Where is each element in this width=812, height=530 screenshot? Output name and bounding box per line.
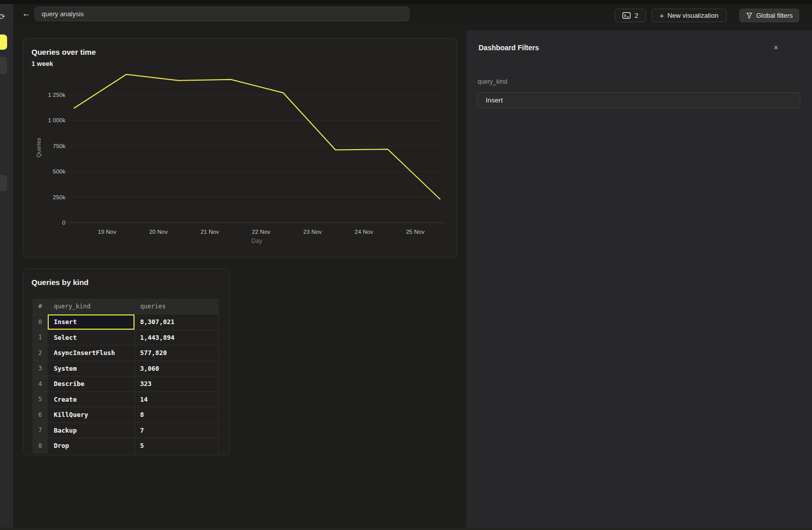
query-kind-cell[interactable]: System: [48, 361, 135, 376]
table-row: 3System3,060: [32, 361, 219, 376]
funnel-icon: [746, 12, 753, 19]
filters-panel-title: Dashboard Filters: [479, 44, 539, 52]
sidebar-item[interactable]: [0, 57, 7, 74]
table-row: 5Create14: [32, 392, 219, 407]
y-axis-title: Queries: [36, 137, 42, 157]
queries-value-cell[interactable]: 7: [135, 423, 219, 438]
table-row: 2AsyncInsertFlush577,820: [32, 345, 219, 361]
row-index-cell: 3: [32, 361, 48, 376]
back-button[interactable]: ←: [20, 8, 32, 20]
sql-console-button[interactable]: 2: [615, 9, 646, 22]
header-index: #: [32, 299, 48, 314]
console-count: 2: [634, 12, 638, 19]
header-queries: queries: [135, 299, 219, 314]
results-table: # query_kind queries 0Insert8,307,0211Se…: [32, 299, 219, 453]
new-visualization-button[interactable]: + New visualization: [651, 9, 727, 22]
y-axis-tick-label: 1 000k: [48, 117, 65, 123]
queries-value-cell[interactable]: 5: [135, 438, 219, 453]
filter-value: Insert: [486, 96, 503, 104]
global-filters-button[interactable]: Global filters: [739, 9, 799, 22]
sidebar: ⟳: [0, 4, 14, 530]
queries-by-kind-card: Queries by kind # query_kind queries 0In…: [23, 268, 230, 455]
queries-over-time-card: Queries over time 1 week 0250k500k750k1 …: [23, 38, 457, 258]
window-top-strip: [0, 0, 812, 4]
table-row: 1Select1,443,894: [32, 330, 219, 345]
sidebar-item[interactable]: [0, 175, 7, 191]
query-kind-cell[interactable]: Drop: [48, 438, 135, 453]
query-kind-cell-selected[interactable]: Insert: [48, 314, 135, 330]
row-index-cell: 1: [32, 330, 48, 345]
table-title: Queries by kind: [31, 278, 89, 287]
queries-value-cell[interactable]: 3,060: [135, 361, 219, 376]
x-axis-tick-label: 19 Nov: [98, 229, 117, 235]
query-kind-cell[interactable]: AsyncInsertFlush: [48, 345, 135, 361]
row-index-cell: 5: [32, 392, 48, 407]
y-axis-tick-label: 250k: [53, 194, 65, 200]
y-axis-tick-label: 1 250k: [48, 92, 65, 98]
row-index-cell: 4: [32, 376, 48, 392]
table-row: 6KillQuery8: [32, 407, 219, 422]
table-header-row: # query_kind queries: [32, 299, 219, 314]
header-query-kind: query_kind: [48, 299, 135, 314]
sidebar-item-active[interactable]: [0, 34, 7, 50]
queries-value-cell[interactable]: 577,820: [135, 345, 219, 361]
filter-field-label: query_kind: [478, 78, 507, 85]
queries-value-cell[interactable]: 323: [135, 376, 219, 392]
dashboard-title-input[interactable]: [35, 7, 410, 21]
row-index-cell: 7: [32, 423, 48, 438]
window-bottom-strip: [0, 527, 812, 530]
console-icon: [622, 12, 631, 19]
queries-value-cell[interactable]: 1,443,894: [135, 330, 219, 345]
top-bar: ← 2 + New visualization Global filters: [14, 4, 812, 23]
table-row: 7Backup7: [32, 422, 219, 438]
queries-line-chart: 0250k500k750k1 000k1 250k19 Nov20 Nov21 …: [23, 39, 458, 258]
x-axis-tick-label: 23 Nov: [303, 229, 322, 235]
query-kind-cell[interactable]: Create: [48, 392, 135, 407]
close-icon[interactable]: ✕: [771, 43, 781, 53]
plus-icon: +: [659, 12, 664, 19]
queries-value-cell[interactable]: 14: [135, 392, 219, 407]
row-index-cell: 6: [32, 407, 48, 422]
queries-value-cell[interactable]: 8,307,021: [135, 314, 219, 330]
query-kind-cell[interactable]: Describe: [48, 376, 135, 392]
queries-value-cell[interactable]: 8: [135, 407, 219, 422]
y-axis-tick-label: 750k: [53, 143, 65, 149]
query-kind-cell[interactable]: Backup: [48, 423, 135, 438]
row-index-cell: 0: [32, 314, 48, 330]
row-index-cell: 8: [32, 438, 48, 453]
x-axis-tick-label: 21 Nov: [200, 229, 219, 235]
y-axis-tick-label: 500k: [53, 168, 65, 174]
query-kind-cell[interactable]: Select: [48, 330, 135, 345]
x-axis-tick-label: 20 Nov: [149, 229, 168, 235]
dashboard-filters-panel: Dashboard Filters ✕ query_kind Insert: [466, 30, 812, 530]
dashboard-page: ⟳ ← 2 + New visualization Global filters: [0, 0, 812, 530]
table-row: 0Insert8,307,021: [32, 314, 219, 330]
query-kind-cell[interactable]: KillQuery: [48, 407, 135, 422]
x-axis-tick-label: 24 Nov: [355, 229, 374, 235]
query-kind-filter-select[interactable]: Insert: [477, 92, 800, 108]
history-icon[interactable]: ⟳: [0, 12, 8, 22]
x-axis-title: Day: [251, 237, 262, 244]
new-visualization-label: New visualization: [667, 12, 718, 19]
x-axis-tick-label: 22 Nov: [252, 229, 270, 235]
row-index-cell: 2: [32, 345, 48, 361]
line-series: [74, 75, 440, 199]
y-axis-tick-label: 0: [62, 220, 65, 226]
x-axis-tick-label: 25 Nov: [406, 229, 425, 235]
table-row: 4Describe323: [32, 376, 219, 392]
global-filters-label: Global filters: [756, 12, 793, 19]
table-row: 8Drop5: [32, 438, 219, 453]
